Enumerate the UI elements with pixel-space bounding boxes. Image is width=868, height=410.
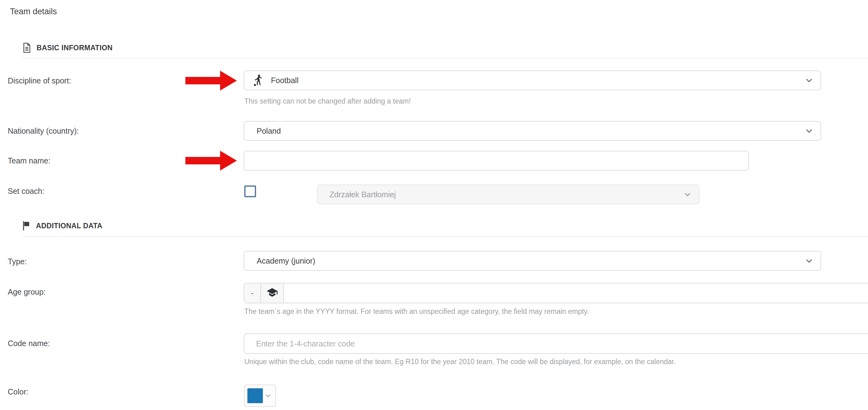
team-name-input[interactable]	[244, 151, 749, 171]
color-picker-button[interactable]	[244, 385, 276, 407]
nationality-value: Poland	[257, 126, 281, 136]
team-name-label: Team name:	[8, 156, 51, 165]
age-group-input[interactable]	[284, 284, 868, 303]
code-name-input[interactable]	[244, 333, 868, 354]
age-group-field: -	[244, 283, 868, 303]
discipline-label: Discipline of sport:	[8, 76, 71, 85]
section-title: ADDITIONAL DATA	[36, 222, 102, 230]
age-group-prefix: -	[244, 284, 261, 303]
section-header-additional-data: ADDITIONAL DATA	[22, 221, 102, 231]
chevron-down-icon	[265, 392, 272, 399]
color-label: Color:	[8, 387, 29, 397]
team-details-page: Team details BASIC INFORMATION Disciplin…	[0, 0, 868, 410]
set-coach-checkbox[interactable]	[244, 185, 256, 197]
age-group-helper: The team`s age in the YYYY format. For t…	[244, 307, 589, 316]
graduation-cap-icon	[261, 284, 284, 303]
age-group-label: Age group:	[8, 287, 45, 296]
section-divider	[22, 58, 868, 58]
discipline-helper: This setting can not be changed after ad…	[244, 97, 411, 106]
annotation-arrow-discipline	[185, 71, 237, 91]
flag-icon	[22, 221, 30, 231]
coach-value: Zdrzałek Bartłomiej	[330, 190, 396, 199]
nationality-label: Nationality (country):	[8, 126, 79, 136]
section-divider	[22, 236, 868, 237]
annotation-arrow-team-name	[185, 151, 237, 171]
code-name-helper: Unique within the club, code name of the…	[244, 357, 676, 366]
discipline-select[interactable]: Football	[244, 70, 821, 90]
chevron-down-icon	[804, 126, 814, 136]
set-coach-label: Set coach:	[8, 186, 44, 196]
section-title: BASIC INFORMATION	[37, 44, 113, 52]
football-player-icon	[252, 74, 264, 87]
document-icon	[22, 43, 31, 53]
section-header-basic-information: BASIC INFORMATION	[22, 43, 113, 53]
chevron-down-icon	[683, 190, 692, 199]
type-label: Type:	[8, 257, 27, 266]
color-swatch	[247, 388, 263, 403]
coach-select[interactable]: Zdrzałek Bartłomiej	[317, 184, 700, 204]
chevron-down-icon	[804, 256, 814, 265]
code-name-label: Code name:	[8, 339, 50, 348]
chevron-down-icon	[804, 76, 814, 85]
type-value: Academy (junior)	[257, 257, 315, 265]
page-title: Team details	[10, 7, 57, 17]
type-select[interactable]: Academy (junior)	[244, 251, 821, 271]
discipline-value: Football	[271, 76, 299, 85]
nationality-select[interactable]: Poland	[244, 121, 821, 141]
